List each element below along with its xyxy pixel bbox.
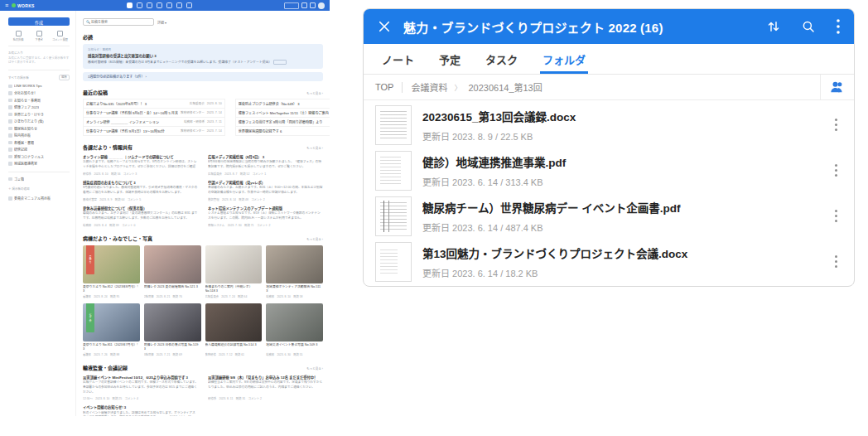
share-post-card[interactable]: 夏休み読書感想文について（保護者版） 職員のみなさまへ。お子さま向け「夏の読書感… <box>83 206 198 227</box>
photo-post-card[interactable]: 夏祭り 夏祭りだより No.812（2023年8月号）! 3 看護部 2023.… <box>83 245 140 298</box>
photo-post-card[interactable]: 病棟レク 2023 白衣の集合写真 No.519 3 3階病棟 2023. 7.… <box>144 303 201 356</box>
edit-boards-button[interactable]: 編集 <box>59 75 70 80</box>
create-post-button[interactable]: 作成 <box>8 17 70 26</box>
photo-post-card[interactable]: 新棟まわりのご案内（中間レポ） No.518 3 広報委員会 2023. 7. … <box>205 245 263 298</box>
share-post-card[interactable]: 広報メディア掲載情報（8月9日） 3 8月9日発行の地域情報誌に当院の取り組みが… <box>208 154 323 176</box>
photo-post-card[interactable]: 七夕会 夏祭りだより No.811（2023年7月号）! 3 看護部 2023.… <box>83 303 140 356</box>
app-nav <box>35 2 284 8</box>
must-read-notice[interactable]: お知らせ｜事務局 感染対策研修の受講と出欠確認のお願い 3 感染対策研修（8/2… <box>83 44 323 69</box>
tab-note[interactable]: ノート <box>382 44 414 74</box>
search-icon[interactable] <box>801 19 816 34</box>
board-list-item[interactable]: お知らせ・事務局 <box>8 97 70 104</box>
post-photo <box>266 303 323 342</box>
recent-post-row[interactable]: 仕事のマナーUP講座（予約 9月1日）13〜16時30分 教育研修センター 20… <box>83 126 225 136</box>
section-title: 病棟だより・みなでしこ・写真 <box>83 235 152 242</box>
sidebar-quick-links: 私の投稿 下書き コメント履歴 <box>8 31 70 46</box>
post-search-input[interactable] <box>83 18 154 26</box>
sort-icon[interactable] <box>766 19 781 34</box>
board-list-item[interactable]: 各種届・書類 <box>8 139 70 147</box>
see-more-link[interactable]: もっと見る › <box>306 146 323 150</box>
photo-post-card[interactable]: 地域清掃ボランティア活動報告 No.511 3 総務部 2023. 8. 10 … <box>266 245 323 298</box>
my-posts-icon <box>16 31 22 36</box>
photo-post-card[interactable]: 新入職員歓迎会の記録写真 No.514 3 教育研修 2023. 7. 12 既… <box>205 303 263 356</box>
nav-mail-icon[interactable] <box>147 2 152 8</box>
board-list-item[interactable]: 全社お知らせ！ <box>8 90 70 97</box>
group-tabs: ノート 予定 タスク フォルダ <box>364 44 854 75</box>
share-post-card[interactable]: ネット環境メンテナンスのアップデート通知版 システム管理よりお知らせです。8/1… <box>208 206 323 227</box>
board-list-item[interactable]: ひまわりだより (仮) <box>8 118 70 125</box>
breadcrumb: TOP 会議資料 〉 20230614_第13回 <box>364 75 854 100</box>
board-list-item[interactable]: 地域医療連携室 <box>8 160 70 167</box>
board-list-item[interactable]: 院内掲示板 <box>8 132 70 139</box>
bottom-board-item[interactable]: 委員会マニュアル掲示板 <box>8 195 70 202</box>
file-row[interactable]: 健診）地域連携推進事業.pdf 更新日 2023. 6. 14 / 313.4 … <box>364 148 854 193</box>
settings-gear-icon[interactable] <box>310 2 316 8</box>
breadcrumb-top[interactable]: TOP <box>375 82 393 92</box>
nav-more-icon[interactable] <box>186 2 192 8</box>
see-more-link[interactable]: もっと見る › <box>306 237 323 241</box>
report-post-card[interactable]: イベント開催のお知らせ! 3 秋のイベント開催が決まりました。詳細は改めてお知ら… <box>83 405 198 416</box>
breadcrumb-folder[interactable]: 会議資料 <box>411 80 447 94</box>
board-main: 詳細 ▾ 必読 お知らせ｜事務局 感染対策研修の受講と出欠確認のお願い 3 感染… <box>76 11 330 416</box>
file-row[interactable]: 20230615_第13回会議録.docx 更新日 2023. 8. 9 / 2… <box>364 102 854 148</box>
mobile-header: 魅力・ブランドづくりプロジェクト 2022 (16) <box>364 9 854 44</box>
add-board-link[interactable]: ＋ 掲示板の追加 <box>8 187 70 191</box>
file-kebab-icon[interactable] <box>827 161 844 180</box>
board-list-item[interactable]: 世界だより・けやき <box>8 111 70 119</box>
board-list-item[interactable]: 研修記録 <box>8 146 70 153</box>
board-icon <box>8 133 12 138</box>
kebab-menu-icon[interactable] <box>836 18 841 35</box>
must-read-banner[interactable]: 1週間分の必読投稿があります（3件） › <box>83 72 323 81</box>
user-avatar[interactable] <box>318 2 325 9</box>
board-list-item[interactable]: 健康フェア 2023 <box>8 104 70 111</box>
photo-post-card[interactable]: 病棟レク 2023 夏の開催報告 No.521 3 2階病棟 2023. 8. … <box>144 245 201 298</box>
see-more-link[interactable]: もっと見る › <box>306 366 323 371</box>
post-photo <box>205 303 263 342</box>
workspace-chip[interactable] <box>284 2 299 9</box>
file-row[interactable]: 糖尿病チーム）世界糖尿病デー イベント企画書.pdf 更新日 2023. 6. … <box>364 193 854 239</box>
board-list-item[interactable]: 糖尿病お知らせ <box>8 125 70 133</box>
see-more-link[interactable]: もっと見る › <box>306 91 323 95</box>
file-kebab-icon[interactable] <box>827 206 844 225</box>
topbar-right <box>284 2 325 9</box>
section-title: 輸液監査・会議記録 <box>83 364 128 371</box>
nav-drive-icon[interactable] <box>176 2 182 8</box>
close-icon[interactable] <box>377 19 392 34</box>
post-photo: 夏祭り <box>83 245 140 283</box>
report-post-card[interactable]: 災害訓練イベント MiniFestival 10/12、6/25より申込み開始で… <box>83 375 198 401</box>
my-posts-item[interactable]: 私の投稿 <box>8 31 28 41</box>
breadcrumb-current: 20230614_第13回 <box>468 80 542 94</box>
nav-calendar-icon[interactable] <box>157 2 162 8</box>
post-photo <box>144 245 201 283</box>
share-post-card[interactable]: オンライン研修 ＿＿＿＿ ｜ジムナードでの研修について お疲れさまです。総務グル… <box>83 154 198 176</box>
board-list: LINE WORKS Tips 全社お知らせ！ お知らせ・事務局 <box>8 83 70 167</box>
hamburger-menu-icon[interactable]: ≡ <box>5 2 8 8</box>
board-list-item[interactable]: 新型コロナウイルス <box>8 153 70 161</box>
board-list-item[interactable]: LINE WORKS Tips <box>8 83 70 90</box>
members-button[interactable] <box>820 75 854 99</box>
nav-talk-icon[interactable] <box>137 2 142 8</box>
tab-task[interactable]: タスク <box>485 44 518 74</box>
favorites-empty-text: お気に入りに登録すると、よく使う掲示板をすばやく表示できます。 <box>8 56 70 70</box>
comments-item[interactable]: コメント履歴 <box>50 31 70 41</box>
notification-bell-icon[interactable] <box>301 2 307 8</box>
file-row[interactable]: 第13回魅力・ブランドづくりプロジェクト会議.docx 更新日 2023. 6.… <box>364 239 854 284</box>
search-filter-dropdown[interactable]: 詳細 ▾ <box>157 20 166 25</box>
tab-folder[interactable]: フォルダ <box>542 44 586 74</box>
share-post-card[interactable]: 空調メディア掲載情報（見учレポ） 各部署のみなさま、お疲れさまです。8/26（… <box>208 180 323 201</box>
file-kebab-icon[interactable] <box>827 252 844 271</box>
nav-board-icon[interactable] <box>127 2 133 8</box>
report-post-card[interactable]: 災害訓練研修 9/8（木）「見まもり」お申込み 12名 まだまだ受付中！ 訓練担… <box>208 375 323 401</box>
nav-contacts-icon[interactable] <box>166 2 172 8</box>
trash-item[interactable]: ゴミ箱 <box>8 172 70 183</box>
file-kebab-icon[interactable] <box>827 115 844 134</box>
file-name: 健診）地域連携推進事業.pdf <box>422 153 827 170</box>
drafts-item[interactable]: 下書き <box>29 31 49 41</box>
recent-post-row[interactable]: 世界糖尿病週間の記録です 6 糖尿病・事務局 2023. 8. 10 <box>235 126 330 136</box>
photo-ribbon: 七夕会 <box>86 303 94 332</box>
photo-post-card[interactable]: 地域交流イベント集合写真 No.509 3 総務部 2023. 6. 30 既読… <box>266 303 323 356</box>
section-must-read: 必読 お知らせ｜事務局 感染対策研修の受講と出欠確認のお願い 3 感染対策研修（… <box>83 33 323 81</box>
brand-name: WORKS <box>17 3 35 8</box>
share-post-card[interactable]: 感染症週間のおまもりについて 3 9月最初の週になりました。感染対策週間です。引… <box>83 180 198 201</box>
tab-schedule[interactable]: 予定 <box>439 44 461 74</box>
